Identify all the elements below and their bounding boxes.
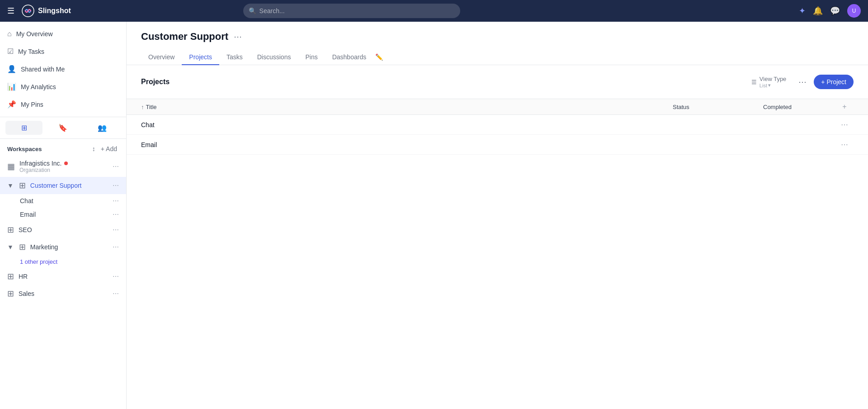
sidebar-item-email[interactable]: Email ⋯ [0,208,126,221]
sidebar-item-my-tasks[interactable]: ☑ My Tasks [0,43,126,60]
workspace-name: HR [19,273,108,280]
shared-icon: 👤 [7,65,16,73]
workspace-more-icon[interactable]: ⋯ [113,182,119,189]
tab-people[interactable]: 👥 [84,121,121,135]
workspace-icon: ⊞ [7,225,14,235]
tab-tasks[interactable]: Tasks [219,50,250,65]
sidebar-item-shared-with-me[interactable]: 👤 Shared with Me [0,60,126,78]
workspaces-tab-icon: ⊞ [21,124,27,132]
view-type-sub: List ▾ [760,82,787,88]
col-completed: Completed [763,104,835,110]
workspace-info: Customer Support [30,182,108,189]
tab-workspaces[interactable]: ⊞ [5,121,42,135]
sidebar-item-my-analytics[interactable]: 📊 My Analytics [0,78,126,95]
workspace-more-icon[interactable]: ⋯ [113,290,119,297]
other-projects-link[interactable]: 1 other project [0,256,126,268]
search-icon: 🔍 [249,7,256,14]
notifications-icon[interactable]: 🔔 [813,6,823,16]
view-type-info: View Type List ▾ [760,76,787,88]
workspace-more-icon[interactable]: ⋯ [113,226,119,233]
topnav: ☰ Slingshot 🔍 ✦ 🔔 💬 U [0,0,868,22]
workspaces-title: Workspaces [7,146,87,152]
row-more-button[interactable]: ⋯ [835,120,854,129]
bookmarks-tab-icon: 🔖 [58,124,67,132]
tab-projects[interactable]: Projects [182,50,219,65]
workspace-more-icon[interactable]: ⋯ [113,163,119,170]
page-title: Customer Support [141,31,228,43]
expand-icon: ▼ [7,182,14,189]
workspace-icon: ▦ [7,162,15,171]
workspace-icon: ⊞ [19,181,26,190]
workspace-item-customer-support[interactable]: ▼ ⊞ Customer Support ⋯ [0,177,126,194]
projects-section: Projects ☰ View Type List ▾ ⋯ [127,65,868,409]
view-type-button[interactable]: ☰ View Type List ▾ [746,72,792,91]
workspace-item-sales[interactable]: ⊞ Sales ⋯ [0,285,126,302]
hamburger-icon[interactable]: ☰ [7,6,14,16]
sub-item-more-icon[interactable]: ⋯ [113,211,119,218]
sidebar-tabs: ⊞ 🔖 👥 [0,117,126,139]
people-tab-icon: 👥 [98,124,107,132]
main-layout: ⌂ My Overview ☑ My Tasks 👤 Shared with M… [0,22,868,409]
app-name: Slingshot [38,7,71,15]
col-status: Status [673,104,763,110]
workspace-icon: ⊞ [7,271,14,281]
more-options-button[interactable]: ⋯ [797,75,808,89]
workspace-name: Sales [19,290,108,297]
expand-icon: ▼ [7,243,14,251]
edit-tabs-icon[interactable]: ✏️ [373,50,385,65]
add-project-button[interactable]: + Project [814,75,854,89]
tab-dashboards[interactable]: Dashboards [325,50,374,65]
ai-icon[interactable]: ✦ [799,6,806,16]
add-workspace-button[interactable]: + Add [99,144,119,153]
sub-item-more-icon[interactable]: ⋯ [113,197,119,204]
search-input[interactable] [243,4,460,18]
projects-table-header: ↑ Title Status Completed + [127,99,868,115]
sub-item-label: Chat [20,197,109,204]
workspace-info: Infragistics Inc. Organization [19,160,108,173]
table-row[interactable]: Email ⋯ [127,135,868,155]
title-more-button[interactable]: ⋯ [234,32,242,42]
content-tabs: Overview Projects Tasks Discussions Pins… [141,50,854,65]
add-column-button[interactable]: + [842,103,846,111]
row-more-button[interactable]: ⋯ [835,140,854,149]
messages-icon[interactable]: 💬 [830,6,840,16]
workspace-item-marketing[interactable]: ▼ ⊞ Marketing ⋯ [0,238,126,256]
overview-icon: ⌂ [7,30,12,38]
add-label: + Add [101,145,117,152]
workspace-name: Infragistics Inc. [19,160,108,167]
sidebar-item-label: Shared with Me [21,66,65,73]
sort-icon: ↑ [141,104,144,110]
workspace-info: Sales [19,290,108,297]
content-header: Customer Support ⋯ Overview Projects Tas… [127,22,868,65]
toolbar-right: ☰ View Type List ▾ ⋯ + Project [746,72,854,91]
workspace-icon: ⊞ [19,242,26,252]
workspace-sub: Organization [19,167,108,173]
sidebar-nav: ⌂ My Overview ☑ My Tasks 👤 Shared with M… [0,22,126,117]
search-bar: 🔍 [243,4,460,18]
workspace-item-infragistics[interactable]: ▦ Infragistics Inc. Organization ⋯ [0,156,126,177]
workspace-more-icon[interactable]: ⋯ [113,273,119,280]
sidebar-item-my-pins[interactable]: 📌 My Pins [0,95,126,113]
analytics-icon: 📊 [7,82,16,91]
avatar[interactable]: U [847,4,861,18]
tab-pins[interactable]: Pins [298,50,325,65]
sidebar-item-my-overview[interactable]: ⌂ My Overview [0,25,126,43]
workspace-item-hr[interactable]: ⊞ HR ⋯ [0,268,126,285]
sidebar-item-chat[interactable]: Chat ⋯ [0,194,126,208]
app-logo: Slingshot [22,5,71,17]
workspaces-actions: ↕ + Add [90,144,119,153]
workspace-item-seo[interactable]: ⊞ SEO ⋯ [0,221,126,238]
tab-overview[interactable]: Overview [141,50,182,65]
workspace-info: HR [19,273,108,280]
workspace-more-icon[interactable]: ⋯ [113,243,119,251]
sort-workspaces-button[interactable]: ↕ [90,144,97,153]
view-type-label: View Type [760,76,787,82]
notification-dot [64,162,68,165]
table-row[interactable]: Chat ⋯ [127,115,868,135]
tab-discussions[interactable]: Discussions [250,50,298,65]
workspace-name: Customer Support [30,182,108,189]
sidebar: ⌂ My Overview ☑ My Tasks 👤 Shared with M… [0,22,127,409]
tab-bookmarks[interactable]: 🔖 [44,121,81,135]
workspace-info: SEO [19,226,108,233]
workspace-info: Marketing [30,243,108,251]
